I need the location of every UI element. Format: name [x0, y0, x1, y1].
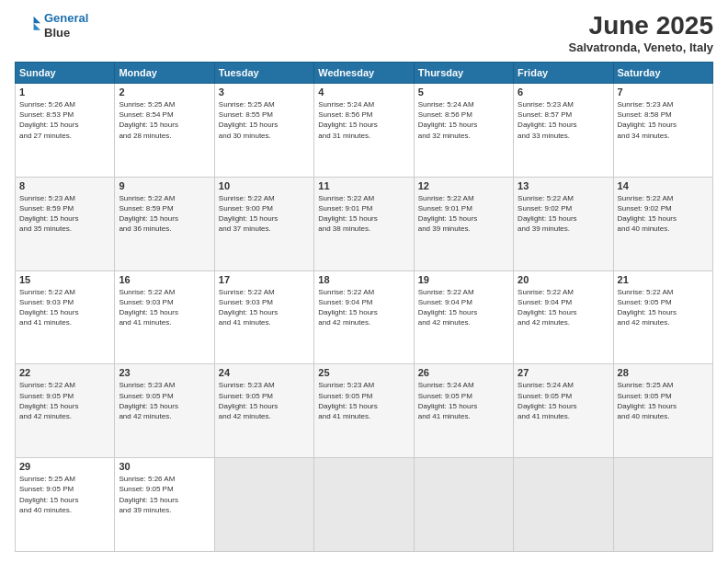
day-number: 27 — [518, 367, 609, 378]
weekday-header: Wednesday — [314, 63, 414, 84]
weekday-header: Friday — [514, 63, 613, 84]
day-number: 18 — [318, 274, 409, 285]
calendar-day-cell — [314, 458, 414, 552]
calendar-day-cell: 30Sunrise: 5:26 AM Sunset: 9:05 PM Dayli… — [115, 458, 214, 552]
page: General Blue June 2025 Salvatronda, Vene… — [0, 0, 728, 563]
calendar-day-cell: 23Sunrise: 5:23 AM Sunset: 9:05 PM Dayli… — [115, 364, 214, 458]
calendar-week-row: 29Sunrise: 5:25 AM Sunset: 9:05 PM Dayli… — [16, 458, 713, 552]
weekday-header: Thursday — [414, 63, 513, 84]
day-number: 21 — [618, 274, 709, 285]
logo-text: General Blue — [44, 11, 88, 40]
calendar-day-cell: 11Sunrise: 5:22 AM Sunset: 9:01 PM Dayli… — [314, 177, 414, 270]
day-number: 7 — [618, 86, 709, 98]
calendar-day-cell: 22Sunrise: 5:22 AM Sunset: 9:05 PM Dayli… — [16, 364, 115, 458]
calendar-week-row: 15Sunrise: 5:22 AM Sunset: 9:03 PM Dayli… — [16, 270, 713, 364]
day-number: 30 — [119, 461, 210, 472]
day-number: 8 — [19, 180, 110, 191]
day-number: 11 — [318, 180, 409, 191]
calendar-day-cell: 14Sunrise: 5:22 AM Sunset: 9:02 PM Dayli… — [613, 177, 712, 270]
day-info: Sunrise: 5:22 AM Sunset: 9:04 PM Dayligh… — [518, 287, 609, 328]
calendar-day-cell: 3Sunrise: 5:25 AM Sunset: 8:55 PM Daylig… — [214, 84, 313, 178]
day-number: 10 — [219, 180, 310, 191]
day-info: Sunrise: 5:25 AM Sunset: 9:05 PM Dayligh… — [618, 380, 709, 421]
svg-marker-1 — [34, 23, 40, 29]
day-info: Sunrise: 5:22 AM Sunset: 9:03 PM Dayligh… — [119, 287, 210, 328]
day-number: 12 — [418, 180, 509, 191]
calendar-day-cell — [414, 458, 513, 552]
logo-line2: Blue — [44, 26, 88, 40]
day-info: Sunrise: 5:26 AM Sunset: 8:53 PM Dayligh… — [19, 99, 110, 141]
day-number: 13 — [518, 180, 609, 191]
location-subtitle: Salvatronda, Veneto, Italy — [569, 40, 714, 54]
calendar-day-cell: 7Sunrise: 5:23 AM Sunset: 8:58 PM Daylig… — [613, 84, 712, 178]
calendar-day-cell: 12Sunrise: 5:22 AM Sunset: 9:01 PM Dayli… — [414, 177, 513, 270]
logo-icon — [15, 13, 40, 39]
day-info: Sunrise: 5:22 AM Sunset: 8:59 PM Dayligh… — [119, 193, 210, 235]
calendar-day-cell: 24Sunrise: 5:23 AM Sunset: 9:05 PM Dayli… — [214, 364, 313, 458]
day-info: Sunrise: 5:23 AM Sunset: 8:57 PM Dayligh… — [518, 99, 609, 141]
day-number: 16 — [119, 274, 210, 285]
calendar-day-cell: 26Sunrise: 5:24 AM Sunset: 9:05 PM Dayli… — [414, 364, 513, 458]
day-info: Sunrise: 5:24 AM Sunset: 8:56 PM Dayligh… — [418, 99, 509, 141]
header: General Blue June 2025 Salvatronda, Vene… — [15, 11, 713, 54]
day-number: 24 — [219, 367, 310, 378]
calendar-week-row: 1Sunrise: 5:26 AM Sunset: 8:53 PM Daylig… — [16, 84, 713, 178]
day-info: Sunrise: 5:23 AM Sunset: 9:05 PM Dayligh… — [219, 380, 310, 421]
calendar-day-cell: 27Sunrise: 5:24 AM Sunset: 9:05 PM Dayli… — [514, 364, 613, 458]
day-info: Sunrise: 5:22 AM Sunset: 9:04 PM Dayligh… — [418, 287, 509, 328]
day-info: Sunrise: 5:23 AM Sunset: 8:58 PM Dayligh… — [618, 99, 709, 141]
day-number: 9 — [119, 180, 210, 191]
day-info: Sunrise: 5:22 AM Sunset: 9:00 PM Dayligh… — [219, 193, 310, 235]
calendar-header-row: SundayMondayTuesdayWednesdayThursdayFrid… — [16, 63, 713, 84]
day-info: Sunrise: 5:24 AM Sunset: 9:05 PM Dayligh… — [518, 380, 609, 421]
calendar-day-cell: 29Sunrise: 5:25 AM Sunset: 9:05 PM Dayli… — [16, 458, 115, 552]
calendar-day-cell: 13Sunrise: 5:22 AM Sunset: 9:02 PM Dayli… — [514, 177, 613, 270]
calendar-day-cell: 2Sunrise: 5:25 AM Sunset: 8:54 PM Daylig… — [115, 84, 214, 178]
weekday-header: Monday — [115, 63, 214, 84]
calendar-table: SundayMondayTuesdayWednesdayThursdayFrid… — [15, 62, 713, 552]
day-number: 5 — [418, 86, 509, 98]
calendar-day-cell — [514, 458, 613, 552]
day-number: 17 — [219, 274, 310, 285]
day-number: 29 — [19, 461, 110, 472]
day-info: Sunrise: 5:22 AM Sunset: 9:01 PM Dayligh… — [418, 193, 509, 235]
day-info: Sunrise: 5:26 AM Sunset: 9:05 PM Dayligh… — [119, 474, 210, 515]
calendar-day-cell — [613, 458, 712, 552]
day-info: Sunrise: 5:25 AM Sunset: 8:54 PM Dayligh… — [119, 99, 210, 141]
calendar-day-cell: 10Sunrise: 5:22 AM Sunset: 9:00 PM Dayli… — [214, 177, 313, 270]
day-number: 1 — [19, 86, 110, 98]
day-info: Sunrise: 5:24 AM Sunset: 8:56 PM Dayligh… — [318, 99, 409, 141]
calendar-day-cell: 8Sunrise: 5:23 AM Sunset: 8:59 PM Daylig… — [16, 177, 115, 270]
day-number: 4 — [318, 86, 409, 98]
day-number: 22 — [19, 367, 110, 378]
day-info: Sunrise: 5:24 AM Sunset: 9:05 PM Dayligh… — [418, 380, 509, 421]
day-info: Sunrise: 5:22 AM Sunset: 9:01 PM Dayligh… — [318, 193, 409, 235]
day-number: 2 — [119, 86, 210, 98]
day-info: Sunrise: 5:22 AM Sunset: 9:04 PM Dayligh… — [318, 287, 409, 328]
calendar-day-cell — [214, 458, 313, 552]
day-info: Sunrise: 5:23 AM Sunset: 9:05 PM Dayligh… — [119, 380, 210, 421]
day-number: 15 — [19, 274, 110, 285]
day-info: Sunrise: 5:22 AM Sunset: 9:03 PM Dayligh… — [219, 287, 310, 328]
calendar-day-cell: 9Sunrise: 5:22 AM Sunset: 8:59 PM Daylig… — [115, 177, 214, 270]
calendar-day-cell: 15Sunrise: 5:22 AM Sunset: 9:03 PM Dayli… — [16, 270, 115, 364]
day-info: Sunrise: 5:23 AM Sunset: 8:59 PM Dayligh… — [19, 193, 110, 235]
title-block: June 2025 Salvatronda, Veneto, Italy — [569, 11, 714, 54]
calendar-day-cell: 6Sunrise: 5:23 AM Sunset: 8:57 PM Daylig… — [514, 84, 613, 178]
day-info: Sunrise: 5:22 AM Sunset: 9:05 PM Dayligh… — [618, 287, 709, 328]
calendar-day-cell: 16Sunrise: 5:22 AM Sunset: 9:03 PM Dayli… — [115, 270, 214, 364]
day-number: 20 — [518, 274, 609, 285]
day-number: 23 — [119, 367, 210, 378]
day-info: Sunrise: 5:22 AM Sunset: 9:02 PM Dayligh… — [518, 193, 609, 235]
weekday-header: Saturday — [613, 63, 712, 84]
calendar-day-cell: 25Sunrise: 5:23 AM Sunset: 9:05 PM Dayli… — [314, 364, 414, 458]
calendar-day-cell: 5Sunrise: 5:24 AM Sunset: 8:56 PM Daylig… — [414, 84, 513, 178]
calendar-day-cell: 4Sunrise: 5:24 AM Sunset: 8:56 PM Daylig… — [314, 84, 414, 178]
day-info: Sunrise: 5:22 AM Sunset: 9:03 PM Dayligh… — [19, 287, 110, 328]
day-number: 14 — [618, 180, 709, 191]
day-number: 28 — [618, 367, 709, 378]
day-info: Sunrise: 5:23 AM Sunset: 9:05 PM Dayligh… — [318, 380, 409, 421]
day-number: 25 — [318, 367, 409, 378]
logo-line1: General — [44, 11, 88, 25]
calendar-day-cell: 21Sunrise: 5:22 AM Sunset: 9:05 PM Dayli… — [613, 270, 712, 364]
